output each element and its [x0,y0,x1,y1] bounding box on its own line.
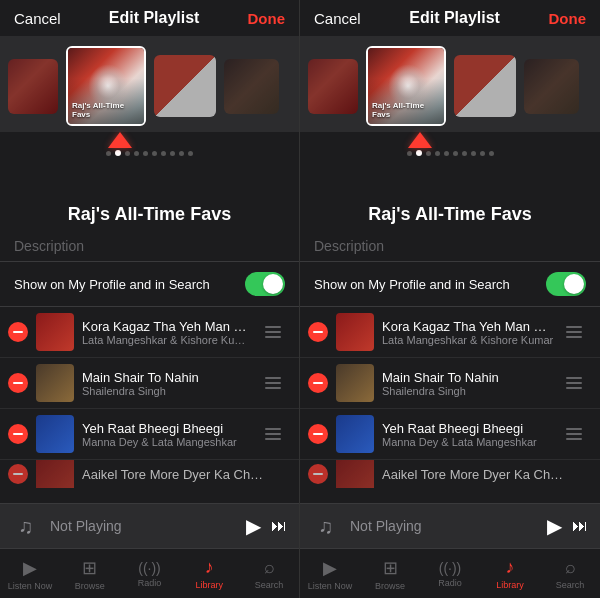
drag-handle-2[interactable] [261,373,285,393]
minus-icon [13,331,23,333]
tab-browse[interactable]: ⊞ Browse [60,549,120,598]
browse-icon-right: ⊞ [383,557,398,579]
dot-r-7[interactable] [462,151,467,156]
dot-r-9[interactable] [480,151,485,156]
header-title-right: Edit Playlist [409,9,500,27]
tab-browse-right[interactable]: ⊞ Browse [360,549,420,598]
dot-4[interactable] [134,151,139,156]
forward-button-right[interactable]: ⏭ [572,517,588,535]
toggle-switch-right[interactable] [546,272,586,296]
tab-bar-right: ▶ Listen Now ⊞ Browse ((·)) Radio ♪ Libr… [300,548,600,598]
dot-1[interactable] [106,151,111,156]
remove-button-2[interactable] [8,373,28,393]
dot-r-1[interactable] [407,151,412,156]
carousel-item-left[interactable] [8,59,58,114]
tab-listen-now-right[interactable]: ▶ Listen Now [300,549,360,598]
song-art-4 [36,460,74,488]
dot-r-10[interactable] [489,151,494,156]
tab-listen-now[interactable]: ▶ Listen Now [0,549,60,598]
song-info-r4: Aaikel Tore More Dyer Ka Ch… [382,467,586,482]
remove-button-r1[interactable] [308,322,328,342]
radio-icon: ((·)) [138,560,161,576]
done-button[interactable]: Done [248,10,286,27]
cancel-button[interactable]: Cancel [14,10,61,27]
drag-handle-r1[interactable] [562,322,586,342]
toggle-switch[interactable] [245,272,285,296]
table-row: Kora Kagaz Tha Yeh Man M… Lata Mangeshka… [300,307,600,358]
remove-button-3[interactable] [8,424,28,444]
dot-6[interactable] [152,151,157,156]
drag-line [265,387,281,389]
song-artist-2: Shailendra Singh [82,385,253,397]
tab-search[interactable]: ⌕ Search [239,549,299,598]
description-area[interactable]: Description [0,231,299,262]
table-row-partial-right: Aaikel Tore More Dyer Ka Ch… [300,460,600,488]
carousel-item-r-active[interactable]: Raj's All-Time Favs [366,46,446,126]
drag-handle-1[interactable] [261,322,285,342]
remove-button-r2[interactable] [308,373,328,393]
table-row: Yeh Raat Bheegi Bheegi Manna Dey & Lata … [300,409,600,460]
cancel-button-right[interactable]: Cancel [314,10,361,27]
song-title-2: Main Shair To Nahin [82,370,253,385]
art-label-text-right: Raj's All-Time Favs [372,101,440,120]
tab-radio-right[interactable]: ((·)) Radio [420,549,480,598]
song-info-1: Kora Kagaz Tha Yeh Man M… Lata Mangeshka… [82,319,253,346]
carousel-item-right2[interactable] [224,59,279,114]
description-area-right[interactable]: Description [300,231,600,262]
tab-library-right[interactable]: ♪ Library [480,549,540,598]
song-title-r3: Yeh Raat Bheegi Bheegi [382,421,554,436]
drag-line [265,438,281,440]
dot-5[interactable] [143,151,148,156]
tab-search-right[interactable]: ⌕ Search [540,549,600,598]
dot-7[interactable] [161,151,166,156]
tab-radio[interactable]: ((·)) Radio [120,549,180,598]
play-button-right[interactable]: ▶ [547,514,562,538]
dot-9[interactable] [179,151,184,156]
song-artist-r1: Lata Mangeshkar & Kishore Kumar [382,334,554,346]
carousel-item-active[interactable]: Raj's All-Time Favs [66,46,146,126]
playlist-title-area: Raj's All-Time Favs [0,180,299,231]
carousel-item-r-left[interactable] [308,59,358,114]
song-info-3: Yeh Raat Bheegi Bheegi Manna Dey & Lata … [82,421,253,448]
carousel-item-r-right1[interactable] [454,55,516,117]
minus-icon [13,473,23,475]
song-art-r2 [336,364,374,402]
dot-r-3[interactable] [426,151,431,156]
dot-8[interactable] [170,151,175,156]
drag-handle-r3[interactable] [562,424,586,444]
tab-label-radio: Radio [138,578,162,588]
carousel-container: Raj's All-Time Favs [0,36,299,132]
play-button[interactable]: ▶ [246,514,261,538]
carousel-item-right1[interactable] [154,55,216,117]
dot-3[interactable] [125,151,130,156]
song-artist-3: Manna Dey & Lata Mangeshkar [82,436,253,448]
dot-r-4[interactable] [435,151,440,156]
drag-handle-3[interactable] [261,424,285,444]
remove-button-r4[interactable] [308,464,328,484]
remove-button-1[interactable] [8,322,28,342]
done-button-right[interactable]: Done [549,10,587,27]
table-row: Kora Kagaz Tha Yeh Man M… Lata Mangeshka… [0,307,299,358]
header-title: Edit Playlist [109,9,200,27]
header: Cancel Edit Playlist Done [0,0,299,36]
drag-line [265,331,281,333]
description-placeholder-right: Description [314,238,384,254]
remove-button-r3[interactable] [308,424,328,444]
carousel-item-r-right2[interactable] [524,59,579,114]
dot-r-2[interactable] [416,150,422,156]
drag-line [265,433,281,435]
drag-line [265,326,281,328]
dot-r-6[interactable] [453,151,458,156]
toggle-knob-right [564,274,584,294]
song-list-right: Kora Kagaz Tha Yeh Man M… Lata Mangeshka… [300,307,600,488]
dot-r-8[interactable] [471,151,476,156]
drag-handle-r2[interactable] [562,373,586,393]
dot-10[interactable] [188,151,193,156]
forward-button[interactable]: ⏭ [271,517,287,535]
tab-library[interactable]: ♪ Library [179,549,239,598]
song-art-r4 [336,460,374,488]
music-note-icon: ♫ [12,512,40,540]
remove-button-4[interactable] [8,464,28,484]
dot-r-5[interactable] [444,151,449,156]
dot-2[interactable] [115,150,121,156]
